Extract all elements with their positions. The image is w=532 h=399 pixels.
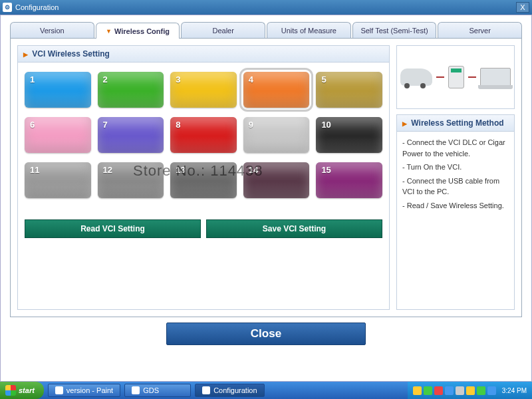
taskbar-item-label: Configuration [213, 386, 257, 394]
tray-icon[interactable] [413, 386, 422, 395]
tile-number: 5 [321, 74, 326, 84]
taskbar-item-label: version - Paint [66, 386, 113, 394]
tab-label: Units of Measure [281, 27, 336, 35]
tab-label: Self Test (Semi-Test) [360, 27, 428, 35]
tab-wireless-config[interactable]: ▼Wireless Config [96, 23, 180, 39]
color-grid: 123456789101112131415 [18, 63, 389, 207]
taskbar-item[interactable]: GDS [124, 384, 191, 397]
window-title: Configuration [15, 3, 59, 11]
tab-units-of-measure[interactable]: Units of Measure [267, 22, 351, 38]
vci-device-icon [448, 66, 464, 88]
laptop-icon [480, 68, 511, 86]
method-step: - Connect the VCI DLC or Cigar Power to … [402, 137, 509, 159]
connection-illustration [396, 45, 515, 109]
tray-icon[interactable] [424, 386, 432, 395]
cable-icon [468, 76, 476, 78]
tab-self-test-semi-test-[interactable]: Self Test (Semi-Test) [352, 22, 437, 38]
taskbar-item-label: GDS [143, 386, 159, 394]
chevron-down-icon: ▼ [106, 28, 112, 35]
cable-icon [436, 76, 444, 78]
color-tile-9[interactable]: 9 [243, 117, 310, 153]
close-button[interactable]: Close [166, 323, 366, 345]
color-tile-1[interactable]: 1 [25, 72, 91, 108]
tab-version[interactable]: Version [10, 22, 94, 38]
taskbar: start version - PaintGDSConfiguration 3:… [0, 382, 532, 399]
window-close-button[interactable]: X [516, 2, 529, 13]
tab-label: Dealer [212, 27, 233, 35]
section-header: ▶ VCI Wireless Setting [18, 46, 389, 63]
tab-server[interactable]: Server [438, 22, 522, 38]
method-step: - Read / Save Wireless Setting. [402, 200, 509, 211]
tab-label: Server [469, 27, 490, 35]
color-tile-12[interactable]: 12 [98, 162, 164, 198]
tray-icon[interactable] [434, 386, 443, 395]
action-row: Read VCI Setting Save VCI Setting [18, 219, 389, 245]
color-tile-7[interactable]: 7 [98, 117, 164, 153]
tile-number: 1 [30, 74, 35, 84]
app-icon: ⚙ [3, 3, 12, 12]
app-icon [55, 386, 63, 394]
read-vci-button[interactable]: Read VCI Setting [25, 219, 201, 238]
section-title: VCI Wireless Setting [32, 49, 110, 59]
tray-icon[interactable] [487, 386, 496, 395]
method-header: ▶ Wireless Setting Method [397, 115, 514, 132]
start-label: start [19, 386, 35, 394]
tile-number: 10 [321, 120, 331, 130]
tile-number: 12 [103, 165, 112, 175]
tile-number: 9 [249, 120, 253, 130]
color-tile-10[interactable]: 10 [316, 117, 382, 153]
color-tile-11[interactable]: 11 [25, 162, 91, 198]
car-icon [400, 68, 432, 86]
tile-number: 13 [176, 165, 185, 175]
tray-icon[interactable] [456, 386, 464, 395]
content-area: Version▼Wireless ConfigDealerUnits of Me… [0, 15, 532, 382]
tile-number: 6 [30, 120, 35, 130]
taskbar-clock[interactable]: 3:24 PM [502, 387, 527, 394]
tray-icon[interactable] [466, 386, 475, 395]
app-icon [202, 386, 210, 394]
app-icon [132, 386, 140, 394]
triangle-icon: ▶ [402, 120, 407, 127]
color-tile-13[interactable]: 13 [170, 162, 237, 198]
window-titlebar: ⚙ Configuration X [0, 0, 532, 15]
wireless-setting-panel: ▶ VCI Wireless Setting 12345678910111213… [17, 45, 390, 310]
color-tile-15[interactable]: 15 [316, 162, 382, 198]
color-tile-6[interactable]: 6 [25, 117, 91, 153]
tile-number: 8 [176, 120, 180, 130]
system-tray[interactable]: 3:24 PM [408, 382, 532, 399]
start-button[interactable]: start [0, 382, 44, 399]
tab-dealer[interactable]: Dealer [181, 22, 265, 38]
method-step: - Connect the USB cable from VCI to the … [402, 176, 509, 198]
tab-label: Wireless Config [114, 27, 170, 35]
taskbar-item[interactable]: version - Paint [48, 384, 120, 397]
color-tile-5[interactable]: 5 [316, 72, 382, 108]
right-column: ▶ Wireless Setting Method - Connect the … [396, 45, 515, 310]
panel-area: ▶ VCI Wireless Setting 12345678910111213… [10, 38, 522, 317]
color-tile-3[interactable]: 3 [170, 72, 237, 108]
tile-number: 4 [249, 74, 253, 84]
tab-strip: Version▼Wireless ConfigDealerUnits of Me… [1, 15, 531, 38]
method-steps: - Connect the VCI DLC or Cigar Power to … [397, 132, 514, 219]
color-tile-8[interactable]: 8 [170, 117, 237, 153]
color-tile-14[interactable]: 14 [243, 162, 310, 198]
color-tile-2[interactable]: 2 [98, 72, 164, 108]
method-title: Wireless Setting Method [411, 118, 503, 128]
tray-icon[interactable] [477, 386, 485, 395]
tile-number: 14 [249, 165, 258, 175]
method-step: - Turn On the VCI. [402, 162, 509, 173]
tile-number: 15 [321, 165, 331, 175]
triangle-icon: ▶ [23, 51, 28, 58]
save-vci-button[interactable]: Save VCI Setting [206, 219, 382, 238]
windows-logo-icon [5, 385, 16, 396]
tray-icon[interactable] [445, 386, 454, 395]
tile-number: 3 [176, 74, 180, 84]
method-box: ▶ Wireless Setting Method - Connect the … [396, 114, 515, 310]
tile-number: 2 [103, 74, 108, 84]
taskbar-item[interactable]: Configuration [195, 384, 264, 397]
color-tile-4[interactable]: 4 [243, 72, 310, 108]
tile-number: 11 [30, 165, 39, 175]
close-bar: Close [10, 323, 522, 345]
tile-number: 7 [103, 120, 108, 130]
tab-label: Version [40, 27, 65, 35]
